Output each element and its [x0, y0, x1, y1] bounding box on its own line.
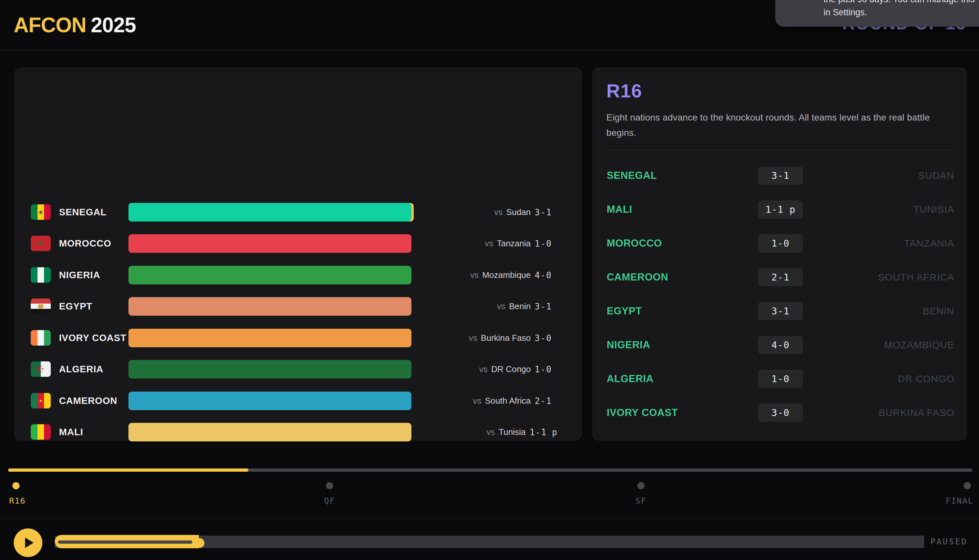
bar-race-card: ★ SENEGAL vs Sudan 3-1 ★ MOROCCO vs Tanz… — [15, 68, 581, 440]
match-winner: CAMEROON — [607, 268, 668, 287]
match-loser: BURKINA FASO — [879, 403, 954, 422]
match-result-label: vs Mozambique 4-0 — [470, 266, 557, 284]
team-bar — [129, 297, 411, 316]
playback-status-label: PAUSED — [931, 537, 967, 546]
senegal-flag-icon: ★ — [31, 204, 51, 220]
round-summary-title: R16 — [606, 80, 642, 102]
match-loser: DR CONGO — [898, 370, 954, 388]
match-result-label: vs South Africa 2-1 — [473, 392, 557, 410]
egypt-flag-icon — [31, 298, 51, 314]
match-result-label: vs Tunisia 1-1 p — [487, 423, 557, 442]
bar-fill — [129, 392, 411, 410]
stage-label: SF — [635, 496, 647, 506]
divider — [606, 150, 955, 150]
team-name: CAMEROON — [59, 392, 117, 410]
star-icon: ★ — [38, 209, 43, 215]
team-row: ☪ ALGERIA vs DR Congo 1-0 — [15, 360, 581, 378]
match-loser: MOZAMBIQUE — [884, 336, 954, 354]
stage-label: R16 — [9, 496, 26, 506]
match-score-badge: 4-0 — [758, 336, 803, 354]
match-row: SENEGAL 3-1 SUDAN — [593, 167, 966, 185]
team-name: MALI — [59, 423, 83, 442]
stage-progress-track — [8, 468, 972, 472]
team-row: IVORY COAST vs Burkina Faso 3-0 — [15, 329, 581, 347]
play-button[interactable] — [14, 528, 42, 557]
team-row: MALI vs Tunisia 1-1 p — [15, 423, 581, 442]
star-icon: ★ — [37, 240, 44, 247]
team-name: ALGERIA — [59, 360, 104, 378]
algeria-flag-icon: ☪ — [31, 361, 51, 377]
brand-secondary: 2025 — [91, 13, 136, 37]
crescent-icon: ☪ — [37, 365, 44, 373]
system-notification-toast[interactable]: the past 90 days. You can manage this in… — [775, 0, 979, 27]
match-score-badge: 3-1 — [758, 302, 803, 320]
team-row: ★ SENEGAL vs Sudan 3-1 — [15, 203, 581, 222]
match-loser: SUDAN — [918, 167, 954, 185]
team-bar — [129, 392, 411, 410]
app-logo: AFCON2025 — [14, 13, 136, 37]
stage-item-qf[interactable]: QF — [324, 482, 335, 506]
match-row: IVORY COAST 3-0 BURKINA FASO — [593, 403, 966, 422]
match-loser: TANZANIA — [904, 234, 954, 252]
brand-primary: AFCON — [14, 13, 86, 37]
match-score-badge: 1-1 p — [758, 200, 803, 218]
stage-dot — [326, 482, 333, 489]
match-row: MALI 1-1 p TUNISIA — [593, 200, 966, 218]
team-bar — [129, 360, 411, 378]
team-bar — [129, 329, 411, 347]
bar-fill — [129, 203, 411, 222]
team-name: MOROCCO — [59, 234, 111, 253]
round-summary-card: R16 Eight nations advance to the knockou… — [593, 68, 967, 440]
stage-item-final[interactable]: FINAL — [946, 482, 974, 506]
match-winner: MALI — [607, 200, 632, 218]
stage-progress-fill — [8, 468, 249, 472]
match-score-badge: 3-0 — [758, 403, 803, 422]
team-bar — [129, 203, 411, 222]
match-result-label: vs DR Congo 1-0 — [479, 360, 557, 378]
stage-label: FINAL — [946, 496, 974, 506]
match-winner: ALGERIA — [607, 370, 654, 388]
bar-fill — [129, 423, 411, 442]
match-winner: MOROCCO — [607, 234, 662, 252]
stage-dot — [12, 482, 20, 489]
bar-fill — [129, 329, 411, 347]
team-row: EGYPT vs Benin 3-1 — [15, 297, 581, 316]
match-row: MOROCCO 1-0 TANZANIA — [593, 234, 966, 252]
stage-item-sf[interactable]: SF — [635, 482, 647, 506]
star-icon: ★ — [39, 399, 43, 403]
team-name: NIGERIA — [59, 266, 100, 284]
ivory-coast-flag-icon — [31, 330, 51, 346]
team-name: SENEGAL — [59, 203, 107, 222]
stage-label: QF — [324, 496, 335, 506]
match-row: EGYPT 3-1 BENIN — [593, 302, 966, 320]
team-bar — [129, 234, 411, 253]
match-winner: IVORY COAST — [607, 403, 678, 422]
stage-dot — [637, 482, 645, 489]
divider — [0, 518, 979, 519]
bar-fill — [129, 234, 411, 253]
bar-fill — [129, 360, 411, 378]
match-result-label: vs Burkina Faso 3-0 — [469, 329, 557, 347]
match-row: NIGERIA 4-0 MOZAMBIQUE — [593, 336, 966, 354]
cameroon-flag-icon: ★ — [31, 393, 51, 408]
match-result-label: vs Tanzania 1-0 — [485, 234, 557, 253]
stage-item-r16[interactable]: R16 — [9, 482, 26, 506]
match-loser: BENIN — [922, 302, 954, 320]
stage-dot — [964, 482, 971, 489]
toast-line-1: the past 90 days. You can manage this — [824, 0, 979, 6]
morocco-flag-icon: ★ — [31, 235, 51, 251]
match-score-badge: 2-1 — [758, 268, 803, 287]
match-row: CAMEROON 2-1 SOUTH AFRICA — [593, 268, 966, 287]
match-score-badge: 3-1 — [758, 167, 803, 185]
play-icon — [25, 538, 33, 548]
eagle-emblem-icon — [38, 304, 43, 308]
match-loser: SOUTH AFRICA — [878, 268, 954, 287]
team-name: IVORY COAST — [59, 329, 127, 347]
team-bar — [129, 423, 411, 442]
match-score-badge: 1-0 — [758, 370, 803, 388]
playback-slider-thumb[interactable] — [195, 538, 204, 548]
match-row: ALGERIA 1-0 DR CONGO — [593, 370, 966, 388]
match-loser: TUNISIA — [914, 200, 954, 218]
match-winner: NIGERIA — [607, 336, 650, 354]
toast-line-2: in Settings. — [824, 6, 979, 19]
